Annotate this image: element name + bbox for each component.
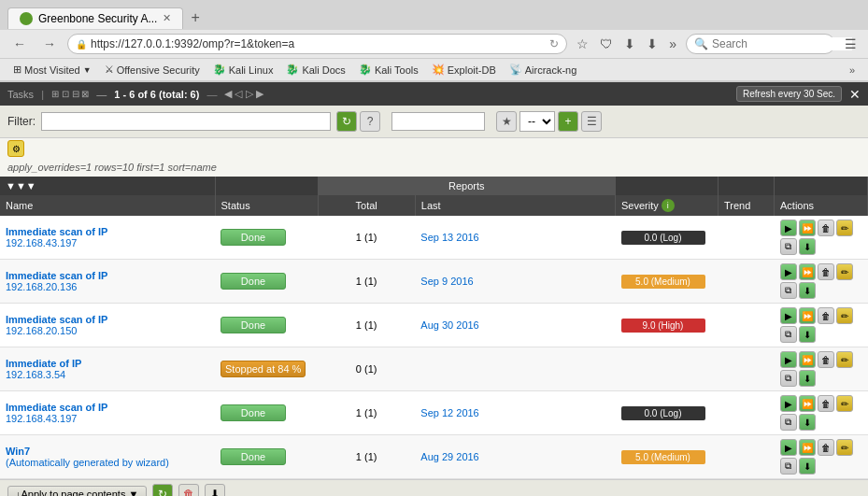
small-icon-action[interactable]: ⚙ — [7, 140, 24, 157]
resume-button[interactable]: ⏩ — [799, 263, 816, 280]
start-button[interactable]: ▶ — [780, 439, 797, 456]
reload-icon[interactable]: ↻ — [549, 37, 559, 50]
col-name[interactable]: Name — [0, 195, 215, 216]
apply-to-page-button[interactable]: ↓Apply to page contents ▼ — [7, 486, 147, 496]
clone-button[interactable]: ⧉ — [780, 282, 797, 299]
clone-button[interactable]: ⧉ — [780, 458, 797, 475]
edit-filter-button[interactable]: ☰ — [581, 111, 602, 132]
resume-button[interactable]: ⏩ — [799, 307, 816, 324]
clone-button[interactable]: ⧉ — [780, 414, 797, 431]
clone-button[interactable]: ⧉ — [780, 326, 797, 343]
delete-button[interactable]: 🗑 — [818, 351, 834, 368]
edit-button[interactable]: ✏ — [836, 307, 853, 324]
delete-button[interactable]: 🗑 — [818, 263, 834, 280]
col-actions[interactable]: Actions — [775, 195, 868, 216]
back-button[interactable]: ← — [7, 35, 32, 53]
task-name-cell: Win7 (Automatically generated by wizard) — [0, 435, 215, 479]
col-status[interactable]: Status — [215, 195, 318, 216]
filter-help-button[interactable]: ? — [360, 111, 380, 132]
resume-button[interactable]: ⏩ — [799, 351, 816, 368]
filter-input[interactable] — [41, 112, 331, 131]
edit-button[interactable]: ✏ — [836, 220, 853, 236]
resume-button[interactable]: ⏩ — [799, 220, 816, 236]
shield-icon[interactable]: 🛡 — [596, 35, 617, 53]
start-button[interactable]: ▶ — [780, 351, 797, 368]
download-button[interactable]: ⬇ — [799, 282, 816, 299]
task-ip-link[interactable]: 192.168.43.197 — [6, 413, 209, 424]
active-tab[interactable]: Greenbone Security A... ✕ — [7, 7, 183, 29]
col-trend[interactable]: Trend — [719, 195, 775, 216]
edit-button[interactable]: ✏ — [836, 395, 853, 412]
edit-button[interactable]: ✏ — [836, 351, 853, 368]
edit-button[interactable]: ✏ — [836, 439, 853, 456]
task-name-link[interactable]: Immediate scan of IP — [6, 314, 209, 325]
footer-delete-button[interactable]: 🗑 — [178, 484, 199, 496]
bookmarks-more-button[interactable]: » — [844, 63, 861, 78]
start-button[interactable]: ▶ — [780, 220, 797, 236]
refresh-icon[interactable]: ✕ — [849, 87, 861, 102]
resume-button[interactable]: ⏩ — [799, 439, 816, 456]
delete-button[interactable]: 🗑 — [818, 307, 834, 324]
start-button[interactable]: ▶ — [780, 395, 797, 412]
offensive-security-label: Offensive Security — [117, 64, 200, 76]
download-button[interactable]: ⬇ — [799, 326, 816, 343]
more-tools-icon[interactable]: » — [665, 35, 680, 53]
url-box[interactable]: 🔒 https://127.0.0.1:9392/omp?r=1&token=a… — [67, 34, 567, 54]
start-button[interactable]: ▶ — [780, 307, 797, 324]
task-name-link[interactable]: Win7 — [6, 446, 209, 457]
task-ip-link[interactable]: 192.168.20.136 — [6, 281, 209, 292]
bookmark-kali-docs[interactable]: 🐉 Kali Docs — [280, 62, 350, 78]
star-icon[interactable]: ☆ — [573, 35, 592, 53]
bookmark-offensive-security[interactable]: ⚔ Offensive Security — [99, 62, 206, 78]
start-button[interactable]: ▶ — [780, 263, 797, 280]
hamburger-menu[interactable]: ☰ — [841, 35, 861, 53]
download-icon[interactable]: ⬇ — [643, 35, 662, 53]
task-name-link[interactable]: Immediate of IP — [6, 358, 209, 369]
col-severity[interactable]: Severity i — [616, 195, 719, 216]
search-box[interactable]: 🔍 — [686, 34, 835, 54]
task-name-link[interactable]: Immediate scan of IP — [6, 270, 209, 281]
task-name-link[interactable]: Immediate scan of IP — [6, 226, 209, 237]
task-name-link[interactable]: Immediate scan of IP — [6, 402, 209, 413]
download-button[interactable]: ⬇ — [799, 414, 816, 431]
new-tab-button[interactable]: + — [183, 6, 206, 30]
download-button[interactable]: ⬇ — [799, 458, 816, 475]
delete-button[interactable]: 🗑 — [818, 395, 834, 412]
add-filter-button[interactable]: + — [558, 111, 578, 132]
pocket-icon[interactable]: ⬇ — [620, 35, 639, 53]
col-total[interactable]: Total — [318, 195, 415, 216]
clone-button[interactable]: ⧉ — [780, 238, 797, 255]
bookmark-most-visited[interactable]: ⊞ Most Visited ▼ — [7, 62, 97, 78]
download-button[interactable]: ⬇ — [799, 238, 816, 255]
col-last[interactable]: Last — [415, 195, 615, 216]
tab-close-button[interactable]: ✕ — [163, 12, 171, 24]
clone-button[interactable]: ⧉ — [780, 370, 797, 387]
search-input[interactable] — [712, 37, 852, 50]
kali-docs-label: Kali Docs — [302, 64, 345, 76]
task-ip-link[interactable]: (Automatically generated by wizard) — [6, 457, 209, 468]
severity-filter-input[interactable] — [391, 112, 485, 131]
bookmark-kali-tools[interactable]: 🐉 Kali Tools — [353, 62, 424, 78]
delete-button[interactable]: 🗑 — [818, 439, 834, 456]
resume-button[interactable]: ⏩ — [799, 395, 816, 412]
severity-dropdown[interactable]: -- — [519, 111, 555, 132]
task-ip-link[interactable]: 192.168.20.150 — [6, 325, 209, 336]
most-visited-dropdown[interactable]: ▼ — [83, 65, 92, 75]
severity-star-button[interactable]: ★ — [496, 111, 517, 132]
refresh-button[interactable]: Refresh every 30 Sec. — [736, 86, 842, 102]
download-button[interactable]: ⬇ — [799, 370, 816, 387]
bookmark-aircrack[interactable]: 📡 Aircrack-ng — [504, 62, 583, 78]
severity-info-icon[interactable]: i — [662, 199, 675, 212]
table-footer: ↓Apply to page contents ▼ ↻ 🗑 ⬇ — [0, 479, 868, 496]
filter-apply-button[interactable]: ↻ — [336, 111, 357, 132]
footer-download-button[interactable]: ⬇ — [205, 484, 225, 496]
tasks-tbody: Immediate scan of IP 192.168.43.197 Done… — [0, 216, 868, 479]
footer-refresh-button[interactable]: ↻ — [152, 484, 173, 496]
forward-button[interactable]: → — [37, 35, 62, 53]
edit-button[interactable]: ✏ — [836, 263, 853, 280]
delete-button[interactable]: 🗑 — [818, 220, 834, 236]
bookmark-exploit-db[interactable]: 💥 Exploit-DB — [426, 62, 502, 78]
bookmark-kali-linux[interactable]: 🐉 Kali Linux — [207, 62, 279, 78]
task-ip-link[interactable]: 192.168.43.197 — [6, 237, 209, 248]
task-ip-link[interactable]: 192.168.3.54 — [6, 369, 209, 380]
